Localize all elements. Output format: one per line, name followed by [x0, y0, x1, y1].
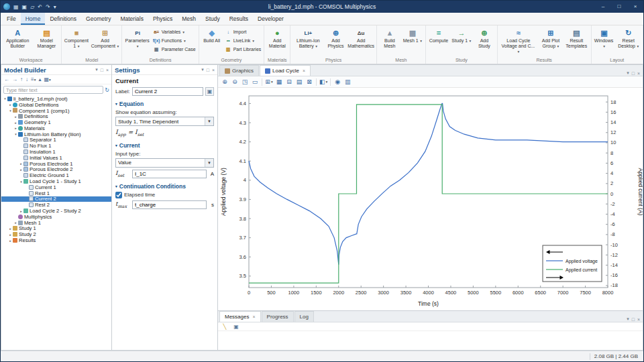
open-icon[interactable]: ▱ — [29, 4, 36, 10]
panel-menu-icon[interactable]: ▾ — [201, 67, 204, 72]
study-1-button[interactable]: →Study 1 ▾ — [450, 26, 473, 44]
add-study-button[interactable]: ⊕Add Study — [473, 26, 496, 49]
tree-item-li-battery-1d-mph-root[interactable]: ▾li_battery_1d.mph (root) — [1, 96, 111, 102]
zoom-in-icon[interactable]: ⊕ — [220, 77, 229, 86]
application-builder-button[interactable]: AApplication Builder — [2, 26, 34, 49]
import-button[interactable]: ↓Import — [223, 27, 263, 36]
zoom-box-icon[interactable]: ▭ — [250, 77, 260, 86]
customize-toolbar-icon[interactable]: ▾ — [52, 4, 58, 10]
expand-arrow-icon[interactable]: ▸ — [8, 233, 13, 237]
add-plot-group-button[interactable]: ⊞Add Plot Group ▾ — [538, 26, 564, 49]
add-physics-button[interactable]: ⊕Add Physics — [325, 26, 347, 49]
expand-arrow-icon[interactable]: ▸ — [13, 221, 18, 225]
move-down-icon[interactable]: ↓ — [25, 76, 28, 82]
menu-home[interactable]: Home — [21, 13, 46, 25]
tree-item-current-2[interactable]: Current 2 — [1, 196, 111, 202]
show-desktop-icon[interactable]: ▦ — [12, 4, 20, 10]
expand-arrow-icon[interactable]: ▸ — [8, 239, 13, 243]
float-panel-icon[interactable]: □ — [101, 68, 103, 72]
compute-button[interactable]: =Compute — [427, 26, 450, 44]
float-panel-icon[interactable]: □ — [632, 71, 635, 76]
tree-item-global-definitions[interactable]: ▸Global Definitions — [1, 102, 111, 108]
menu-geometry[interactable]: Geometry — [81, 13, 115, 25]
graphics-tab-graphics[interactable]: Graphics — [219, 65, 259, 76]
tree-item-results[interactable]: ▸Results — [1, 237, 111, 243]
close-tab-icon[interactable]: × — [252, 314, 255, 319]
tree-item-porous-electrode-1[interactable]: ▸Porous Electrode 1 — [1, 161, 111, 167]
lock-axes-icon[interactable]: ⊠ — [305, 77, 314, 86]
close-button[interactable]: × — [627, 1, 643, 13]
panel-menu-icon[interactable]: ▾ — [627, 70, 629, 76]
menu-study[interactable]: Study — [201, 13, 225, 25]
tree-item-study-1[interactable]: ▸Study 1 — [1, 226, 111, 232]
mesh-1-button[interactable]: ▦Mesh 1 ▾ — [401, 26, 424, 44]
create-tag-button[interactable]: ▣ — [205, 87, 214, 96]
add-material-button[interactable]: ●Add Material — [266, 26, 288, 49]
close-tab-icon[interactable]: × — [303, 68, 305, 73]
model-manager-button[interactable]: ▤Model Manager — [34, 26, 60, 49]
tree-item-load-cycle-2-study-2[interactable]: ▸Load Cycle 2 - Study 2 — [1, 208, 111, 214]
tree-item-materials[interactable]: ▸Materials — [1, 125, 111, 131]
current-section-header[interactable]: ▾ Current — [115, 142, 214, 149]
collapse-arrow-icon[interactable]: ▾ — [3, 97, 7, 101]
build-all-button[interactable]: ◆Build All — [201, 26, 223, 44]
input-type-select[interactable]: Value ▼ — [115, 158, 214, 168]
collapse-arrow-icon[interactable]: ▾ — [8, 109, 13, 113]
equation-assumption-select[interactable]: Study 1, Time Dependent ▼ — [115, 117, 214, 126]
menu-developer[interactable]: Developer — [253, 13, 288, 25]
add-mathematics-button[interactable]: ΔuAdd Mathematics — [347, 26, 375, 49]
build-mesh-button[interactable]: ▲Build Mesh — [378, 26, 401, 49]
expand-arrow-icon[interactable]: ▸ — [13, 121, 18, 125]
save-icon[interactable]: ▣ — [21, 4, 29, 10]
equation-section-header[interactable]: ▾ Equation — [115, 101, 214, 107]
nav-forward-icon[interactable]: → — [12, 76, 17, 82]
expand-arrow-icon[interactable]: ▸ — [8, 103, 13, 107]
nav-back-icon[interactable]: ← — [4, 76, 9, 82]
maximize-button[interactable]: □ — [611, 1, 627, 13]
expand-arrow-icon[interactable]: ▸ — [19, 162, 23, 166]
tree-item-no-flux-1[interactable]: No Flux 1 — [1, 143, 111, 149]
tree-item-multiphysics[interactable]: Multiphysics — [1, 214, 111, 220]
tree-item-insulation-1[interactable]: Insulation 1 — [1, 149, 111, 155]
windows-button[interactable]: ▣Windows ▾ — [593, 26, 616, 49]
tree-item-component-1-comp1[interactable]: ▾Component 1 (comp1) — [1, 108, 111, 114]
tree-item-separator-1[interactable]: Separator 1 — [1, 137, 111, 143]
messages-tab-log[interactable]: Log — [294, 311, 314, 322]
show-axes-icon[interactable]: ⊟ — [284, 77, 294, 86]
tmax-input[interactable] — [132, 200, 207, 209]
expand-arrow-icon[interactable]: ▸ — [19, 209, 23, 213]
show-grid-icon[interactable]: ▦ — [274, 77, 284, 86]
close-panel-icon[interactable]: × — [637, 317, 640, 322]
tree-item-rest-1[interactable]: Rest 1 — [1, 190, 111, 196]
menu-definitions[interactable]: Definitions — [45, 13, 81, 25]
menu-materials[interactable]: Materials — [115, 13, 148, 25]
functions-button[interactable]: f(x)Functions▾ — [152, 36, 197, 45]
tree-item-mesh-1[interactable]: ▸Mesh 1 — [1, 220, 111, 226]
copy-text-icon[interactable]: ▣ — [232, 322, 240, 330]
show-legends-icon[interactable]: ▤ — [294, 77, 304, 86]
float-panel-icon[interactable]: □ — [207, 68, 209, 72]
undo-icon[interactable]: ↶ — [36, 4, 44, 10]
reset-desktop-button[interactable]: ↻Reset Desktop ▾ — [616, 26, 641, 49]
messages-tab-progress[interactable]: Progress — [262, 311, 294, 322]
iset-input[interactable] — [132, 170, 207, 178]
tree-item-electric-ground-1[interactable]: Electric Ground 1 — [1, 172, 111, 178]
close-panel-icon[interactable]: × — [106, 68, 109, 72]
parameters-button[interactable]: PiParameters ▾ — [123, 26, 151, 49]
graphics-tab-load-cycle[interactable]: Load Cycle× — [260, 65, 311, 76]
zoom-out-icon[interactable]: ⊖ — [230, 77, 239, 86]
continuation-section-header[interactable]: ▾ Continuation Conditions — [115, 183, 214, 190]
component-1-button[interactable]: ■Component 1 ▾ — [63, 26, 89, 49]
variables-button[interactable]: a=Variables▾ — [152, 27, 197, 36]
menu-results[interactable]: Results — [225, 13, 253, 25]
collapse-arrow-icon[interactable]: ▾ — [19, 180, 23, 184]
parameter-case-button[interactable]: ▦Parameter Case — [152, 45, 197, 54]
tree-item-porous-electrode-2[interactable]: ▸Porous Electrode 2 — [1, 167, 111, 173]
elapsed-time-checkbox[interactable] — [115, 192, 122, 198]
add-component-button[interactable]: ⊞Add Component ▾ — [90, 26, 121, 49]
expand-arrow-icon[interactable]: ▸ — [13, 115, 18, 119]
clear-log-icon[interactable]: ╲ — [221, 322, 229, 330]
plot-in-new-window-icon[interactable]: ⊞▾ — [264, 77, 274, 86]
tree-item-study-2[interactable]: ▸Study 2 — [1, 231, 111, 237]
menu-physics[interactable]: Physics — [148, 13, 177, 25]
